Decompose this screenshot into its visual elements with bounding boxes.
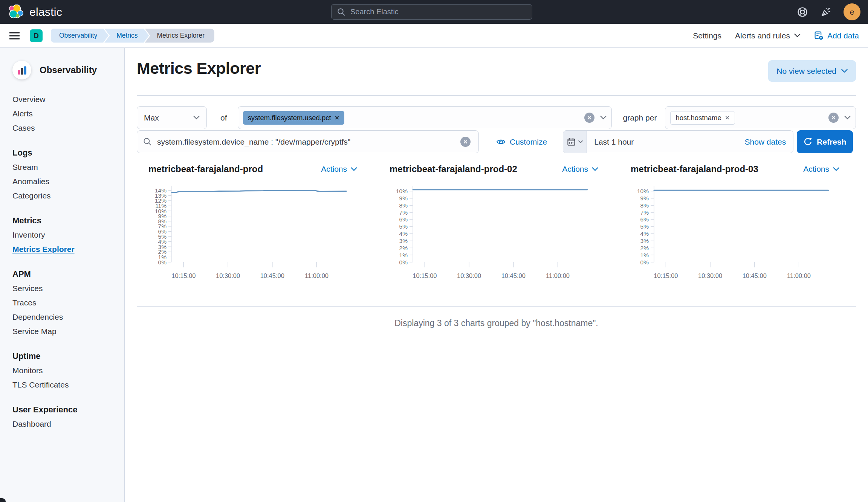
svg-text:10:30:00: 10:30:00 (457, 272, 481, 279)
customize-button[interactable]: Customize (496, 137, 547, 146)
svg-text:10%: 10% (396, 188, 408, 194)
clear-metric-icon[interactable] (584, 113, 594, 123)
sidebar-item-categories[interactable]: Categories (12, 189, 119, 203)
settings-link[interactable]: Settings (693, 31, 721, 40)
remove-badge-icon[interactable] (335, 115, 339, 120)
remove-badge-icon[interactable] (725, 115, 730, 120)
sidebar-section: OverviewAlertsCases (12, 92, 119, 135)
sidebar-item-dependencies[interactable]: Dependencies (12, 310, 119, 324)
sidebar-item-anomalies[interactable]: Anomalies (12, 174, 119, 189)
graph-per-label: graph per (623, 113, 657, 122)
svg-text:11:00:00: 11:00:00 (787, 272, 811, 279)
show-dates-button[interactable]: Show dates (744, 137, 786, 146)
charts-divider (137, 306, 856, 307)
svg-text:10:15:00: 10:15:00 (413, 272, 437, 279)
metric-field-combobox[interactable]: system.filesystem.used.pct (238, 106, 612, 129)
sidebar-item-service-map[interactable]: Service Map (12, 324, 119, 339)
metric-field-badge[interactable]: system.filesystem.used.pct (243, 111, 344, 125)
add-data-icon (814, 31, 824, 40)
search-icon (143, 137, 152, 146)
query-bar[interactable] (137, 130, 479, 153)
aggregation-select[interactable]: Max (137, 106, 207, 129)
svg-text:5%: 5% (399, 223, 408, 230)
svg-text:10:30:00: 10:30:00 (216, 272, 240, 279)
app-root: elastic (0, 0, 868, 502)
sidebar-title: Observability (40, 65, 97, 75)
group-by-badge[interactable]: host.hostname (670, 111, 735, 125)
refresh-icon (804, 137, 812, 146)
date-quick-select-button[interactable] (563, 131, 587, 153)
chart-actions-button[interactable]: Actions (321, 165, 357, 174)
svg-text:2%: 2% (399, 245, 408, 251)
sidebar-item-tls-certificates[interactable]: TLS Certificates (12, 378, 119, 392)
add-data-button[interactable]: Add data (814, 31, 859, 40)
chevron-down-icon (193, 116, 200, 120)
sidebar-section-user-experience: User ExperienceDashboard (12, 403, 119, 431)
svg-text:7%: 7% (399, 209, 408, 216)
sidebar-item-monitors[interactable]: Monitors (12, 363, 119, 378)
global-search-input[interactable] (350, 8, 526, 16)
sidebar-section-logs: LogsStreamAnomaliesCategories (12, 146, 119, 203)
svg-text:8%: 8% (640, 202, 649, 209)
svg-text:6%: 6% (640, 216, 649, 223)
sidebar-section-heading: APM (12, 267, 119, 281)
sidebar-item-traces[interactable]: Traces (12, 296, 119, 310)
chevron-down-icon[interactable] (600, 116, 607, 120)
chart-actions-button[interactable]: Actions (562, 165, 598, 174)
alerts-and-rules-menu[interactable]: Alerts and rules (735, 31, 801, 40)
svg-text:4%: 4% (399, 230, 408, 237)
global-search[interactable] (331, 4, 532, 20)
group-by-combobox[interactable]: host.hostname (665, 106, 856, 129)
chart-header: metricbeat-farajaland-prod-02Actions (390, 163, 598, 175)
line-chart: 0%1%2%3%4%5%6%7%8%9%10%10:15:0010:30:001… (631, 175, 839, 288)
space-badge[interactable]: D (30, 29, 43, 42)
svg-text:10:15:00: 10:15:00 (654, 272, 678, 279)
sidebar-item-cases[interactable]: Cases (12, 121, 119, 135)
sidebar-section-uptime: UptimeMonitorsTLS Certificates (12, 349, 119, 392)
menu-icon[interactable] (9, 32, 20, 40)
svg-text:9%: 9% (399, 195, 408, 201)
svg-text:1%: 1% (640, 252, 649, 258)
query-input[interactable] (157, 137, 455, 146)
global-header: elastic (0, 0, 868, 24)
refresh-button[interactable]: Refresh (797, 130, 853, 153)
sidebar-item-inventory[interactable]: Inventory (12, 228, 119, 242)
sidebar-section-heading: User Experience (12, 403, 119, 417)
clear-group-by-icon[interactable] (828, 113, 839, 123)
sidebar-section-heading: Metrics (12, 214, 119, 228)
user-avatar[interactable]: e (844, 3, 860, 20)
breadcrumb-item-observability[interactable]: Observability (51, 29, 108, 43)
svg-text:9%: 9% (640, 195, 649, 201)
sidebar: Observability OverviewAlertsCasesLogsStr… (0, 48, 125, 502)
svg-text:10:45:00: 10:45:00 (501, 272, 526, 279)
chart-title: metricbeat-farajaland-prod (148, 164, 263, 174)
svg-text:10:45:00: 10:45:00 (260, 272, 284, 279)
sidebar-item-overview[interactable]: Overview (12, 92, 119, 107)
time-range-value[interactable]: Last 1 hour (594, 137, 634, 146)
sidebar-item-stream[interactable]: Stream (12, 160, 119, 174)
svg-text:2%: 2% (640, 245, 649, 251)
chevron-down-icon (592, 167, 598, 171)
sidebar-item-services[interactable]: Services (12, 281, 119, 296)
chevron-down-icon (351, 167, 357, 171)
of-label: of (220, 113, 227, 122)
chart-card: metricbeat-farajaland-prod-03Actions0%1%… (631, 163, 839, 290)
svg-text:10%: 10% (637, 188, 649, 194)
clear-query-icon[interactable] (460, 137, 471, 147)
help-icon[interactable] (797, 6, 808, 18)
observability-logo-icon (12, 61, 31, 79)
sidebar-item-metrics-explorer[interactable]: Metrics Explorer (12, 242, 119, 256)
breadcrumb-item-metrics[interactable]: Metrics (104, 29, 149, 43)
svg-text:14%: 14% (155, 187, 167, 194)
chevron-down-icon[interactable] (844, 116, 851, 120)
chart-actions-button[interactable]: Actions (803, 165, 839, 174)
newsfeed-celebration-icon[interactable] (820, 6, 831, 18)
sidebar-item-alerts[interactable]: Alerts (12, 107, 119, 121)
saved-views-button[interactable]: No view selected (768, 60, 856, 82)
svg-text:3%: 3% (640, 238, 649, 244)
sidebar-item-dashboard[interactable]: Dashboard (12, 417, 119, 431)
svg-text:0%: 0% (640, 259, 649, 265)
elastic-home-link[interactable]: elastic (0, 5, 62, 20)
line-chart: 0%1%2%3%4%5%6%7%8%9%10%11%12%13%14%10:15… (148, 175, 357, 288)
customize-eye-icon (496, 137, 506, 146)
